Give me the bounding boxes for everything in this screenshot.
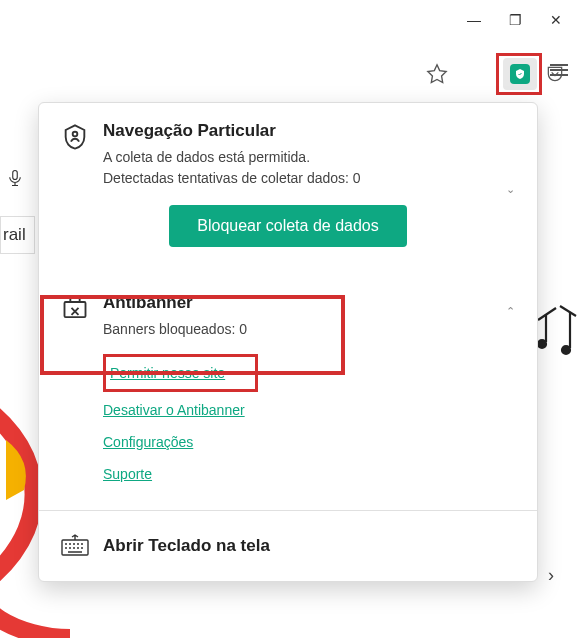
antibanner-links: Permitir nesse site Desativar o Antibann… bbox=[39, 346, 537, 510]
block-data-collection-button[interactable]: Bloquear coleta de dados bbox=[169, 205, 406, 247]
private-browsing-count: Detectadas tentativas de coletar dados: … bbox=[103, 168, 515, 189]
antibanner-section[interactable]: Antibanner Banners bloqueados: 0 ⌃ bbox=[39, 275, 537, 346]
maximize-button[interactable]: ❐ bbox=[509, 12, 522, 28]
minimize-button[interactable]: — bbox=[467, 12, 481, 28]
onscreen-keyboard-section[interactable]: Abrir Teclado na tela bbox=[39, 511, 537, 581]
allow-site-highlight-box: Permitir nesse site bbox=[103, 354, 258, 392]
svg-point-6 bbox=[562, 346, 570, 354]
background-tab-fragment: rail bbox=[0, 216, 35, 254]
chevron-right-icon: › bbox=[548, 565, 554, 586]
onscreen-keyboard-title: Abrir Teclado na tela bbox=[103, 536, 270, 556]
svg-rect-8 bbox=[65, 302, 86, 317]
browser-toolbar bbox=[0, 55, 582, 93]
private-browsing-title: Navegação Particular bbox=[103, 121, 515, 141]
chevron-down-icon: ⌄ bbox=[506, 183, 515, 196]
yellow-shape-decoration bbox=[6, 440, 36, 500]
music-notes-decoration bbox=[536, 302, 580, 362]
svg-line-2 bbox=[560, 306, 576, 316]
close-button[interactable]: ✕ bbox=[550, 12, 562, 28]
settings-link[interactable]: Configurações bbox=[103, 426, 193, 458]
private-browsing-section[interactable]: Navegação Particular A coleta de dados e… bbox=[39, 103, 537, 275]
keyboard-icon bbox=[61, 533, 89, 561]
menu-hamburger-icon[interactable] bbox=[550, 64, 568, 76]
support-link[interactable]: Suporte bbox=[103, 458, 152, 490]
microphone-icon bbox=[6, 165, 24, 191]
antibanner-count: Banners bloqueados: 0 bbox=[103, 319, 515, 340]
bookmark-star-icon[interactable] bbox=[426, 63, 448, 85]
antibanner-title: Antibanner bbox=[103, 293, 515, 313]
disable-antibanner-link[interactable]: Desativar o Antibanner bbox=[103, 394, 245, 426]
allow-on-this-site-link[interactable]: Permitir nesse site bbox=[110, 357, 225, 389]
anonymous-icon bbox=[61, 123, 89, 151]
antibanner-icon bbox=[61, 295, 89, 323]
extension-popup: Navegação Particular A coleta de dados e… bbox=[38, 102, 538, 582]
extension-highlight-box bbox=[496, 53, 542, 95]
private-browsing-status: A coleta de dados está permitida. bbox=[103, 147, 515, 168]
svg-point-5 bbox=[538, 340, 546, 348]
chevron-up-icon: ⌃ bbox=[506, 304, 515, 317]
window-controls: — ❐ ✕ bbox=[447, 0, 582, 40]
svg-rect-0 bbox=[13, 171, 18, 180]
svg-point-7 bbox=[73, 132, 78, 137]
